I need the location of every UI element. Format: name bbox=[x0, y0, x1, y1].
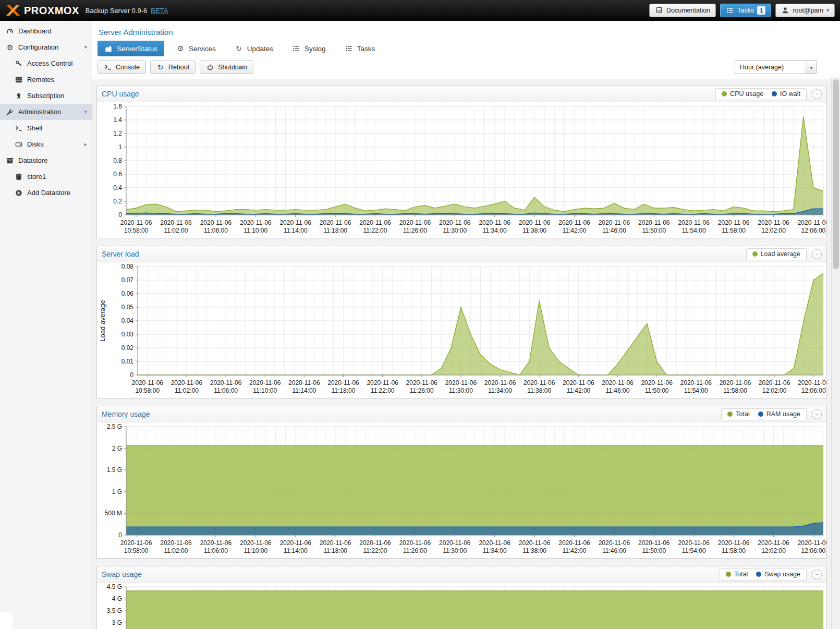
svg-text:11:34:00: 11:34:00 bbox=[483, 547, 507, 554]
sidebar-item-subscription[interactable]: Subscription bbox=[0, 88, 92, 104]
sidebar-item-administration[interactable]: Administration ▾ bbox=[0, 104, 92, 120]
user-menu-button[interactable]: root@pam ▾ bbox=[775, 4, 835, 17]
collapse-arrow-icon[interactable]: ▾ bbox=[84, 44, 87, 51]
timeframe-select[interactable]: Hour (average) ▾ bbox=[735, 61, 817, 74]
svg-text:11:26:00: 11:26:00 bbox=[410, 387, 434, 394]
collapse-arrow-icon[interactable]: ▾ bbox=[84, 108, 87, 115]
svg-text:1: 1 bbox=[118, 143, 122, 151]
svg-text:2020-11-06: 2020-11-06 bbox=[200, 219, 232, 226]
svg-text:3 G: 3 G bbox=[112, 619, 122, 626]
proxmox-backup-server-app: PROXMOX Backup Server 0.9-6 BETA Documen… bbox=[0, 0, 840, 629]
key-icon bbox=[15, 59, 23, 68]
console-button[interactable]: Console bbox=[98, 61, 146, 74]
sidebar-item-label: Shell bbox=[27, 124, 42, 132]
tasks-list-icon bbox=[345, 44, 353, 53]
collapse-panel-icon[interactable]: − bbox=[812, 570, 822, 579]
svg-text:11:18:00: 11:18:00 bbox=[332, 387, 356, 394]
sidebar-item-store1[interactable]: store1 bbox=[0, 168, 92, 185]
tasks-icon bbox=[726, 6, 734, 15]
legend-dot bbox=[727, 412, 733, 417]
collapse-panel-icon[interactable]: − bbox=[812, 89, 822, 99]
refresh-icon: ↻ bbox=[235, 44, 243, 53]
svg-text:11:02:00: 11:02:00 bbox=[164, 547, 188, 554]
panel-title: Memory usage bbox=[102, 410, 150, 418]
sidebar-item-shell[interactable]: Shell bbox=[0, 120, 92, 136]
svg-text:12:06:00: 12:06:00 bbox=[801, 547, 826, 554]
legend-item[interactable]: Load average bbox=[752, 250, 800, 258]
svg-text:12:02:00: 12:02:00 bbox=[761, 547, 786, 554]
user-label: root@pam bbox=[793, 7, 823, 14]
vertical-scrollbar[interactable] bbox=[831, 77, 840, 629]
legend-item[interactable]: Swap usage bbox=[756, 571, 800, 578]
tasks-button[interactable]: Tasks 1 bbox=[720, 4, 771, 17]
svg-text:0.05: 0.05 bbox=[121, 304, 134, 311]
timeframe-value: Hour (average) bbox=[740, 64, 784, 71]
sidebar-item-remotes[interactable]: Remotes bbox=[0, 71, 92, 88]
tab-label: Syslog bbox=[305, 45, 326, 53]
documentation-button[interactable]: Documentation bbox=[649, 4, 716, 17]
sidebar-item-dashboard[interactable]: Dashboard bbox=[0, 23, 92, 39]
tab-services[interactable]: ⚙ Services bbox=[169, 41, 223, 56]
svg-text:0: 0 bbox=[118, 531, 122, 539]
expand-arrow-icon[interactable]: ▸ bbox=[84, 141, 87, 148]
legend-label: CPU usage bbox=[730, 90, 763, 98]
svg-text:1.4: 1.4 bbox=[113, 116, 122, 124]
svg-text:2020-11-06: 2020-11-06 bbox=[279, 219, 311, 226]
sidebar-item-disks[interactable]: Disks ▸ bbox=[0, 136, 92, 152]
product-version: Backup Server 0.9-6 bbox=[86, 7, 148, 15]
svg-text:0.4: 0.4 bbox=[113, 184, 122, 191]
svg-text:2020-11-06: 2020-11-06 bbox=[160, 219, 192, 226]
cpu-usage-chart: 00.20.40.60.811.21.41.62020-11-0610:58:0… bbox=[97, 102, 826, 238]
svg-text:2020-11-06: 2020-11-06 bbox=[558, 539, 590, 547]
sidebar-item-label: Administration bbox=[18, 108, 61, 116]
svg-text:2020-11-06: 2020-11-06 bbox=[759, 379, 790, 386]
legend-item[interactable]: CPU usage bbox=[722, 90, 763, 98]
legend-item[interactable]: RAM usage bbox=[758, 410, 800, 418]
beta-link[interactable]: BETA bbox=[151, 7, 168, 15]
sidebar-item-access-control[interactable]: Access Control bbox=[0, 55, 92, 71]
svg-text:11:14:00: 11:14:00 bbox=[284, 547, 308, 554]
svg-text:11:14:00: 11:14:00 bbox=[284, 227, 308, 234]
svg-text:2020-11-06: 2020-11-06 bbox=[439, 539, 471, 547]
svg-text:0.01: 0.01 bbox=[121, 358, 134, 365]
panel-title: Server load bbox=[102, 250, 139, 258]
panel-header: CPU usage CPU usage IO wait − bbox=[97, 86, 826, 102]
svg-text:0: 0 bbox=[130, 371, 133, 379]
tab-tasks[interactable]: Tasks bbox=[338, 41, 382, 56]
svg-text:11:58:00: 11:58:00 bbox=[722, 227, 746, 234]
panel-header: Server load Load average − bbox=[97, 246, 826, 262]
svg-text:11:22:00: 11:22:00 bbox=[363, 227, 387, 234]
svg-text:0.07: 0.07 bbox=[121, 276, 134, 284]
charts-scroll-area: CPU usage CPU usage IO wait − 00.20.40.6… bbox=[92, 79, 840, 629]
tab-updates[interactable]: ↻ Updates bbox=[228, 41, 280, 56]
sidebar-item-datastore[interactable]: Datastore bbox=[0, 152, 92, 168]
gears-icon: ⚙ bbox=[176, 44, 185, 53]
tab-serverstatus[interactable]: ServerStatus bbox=[98, 41, 164, 56]
sidebar-item-configuration[interactable]: ⚙ Configuration ▾ bbox=[0, 39, 92, 55]
sidebar-item-add-datastore[interactable]: Add Datastore bbox=[0, 185, 92, 201]
collapse-panel-icon[interactable]: − bbox=[812, 409, 822, 419]
svg-text:1 G: 1 G bbox=[112, 488, 122, 495]
svg-text:2020-11-06: 2020-11-06 bbox=[563, 379, 594, 386]
collapse-panel-icon[interactable]: − bbox=[812, 249, 822, 259]
svg-text:2020-11-06: 2020-11-06 bbox=[558, 219, 590, 226]
svg-text:2 G: 2 G bbox=[112, 445, 122, 452]
shutdown-button[interactable]: Shutdown bbox=[200, 61, 253, 74]
svg-text:11:26:00: 11:26:00 bbox=[403, 227, 427, 234]
memory-usage-chart: 0500 M1 G1.5 G2 G2.5 G2020-11-0610:58:00… bbox=[97, 422, 826, 558]
sidebar-item-label: Access Control bbox=[27, 59, 72, 67]
legend-item[interactable]: IO wait bbox=[772, 90, 800, 98]
tasks-label: Tasks bbox=[737, 7, 754, 14]
chart-panel-server-load: Server load Load average − 00.010.020.03… bbox=[96, 246, 827, 398]
svg-text:2020-11-06: 2020-11-06 bbox=[240, 219, 272, 226]
reboot-button[interactable]: ↻ Reboot bbox=[150, 61, 196, 74]
legend-item[interactable]: Total bbox=[727, 410, 749, 418]
svg-text:2020-11-06: 2020-11-06 bbox=[249, 379, 281, 386]
legend-item[interactable]: Total bbox=[726, 571, 748, 578]
svg-text:0.6: 0.6 bbox=[113, 171, 122, 178]
sidebar-item-label: Configuration bbox=[18, 43, 58, 51]
scrollbar-thumb[interactable] bbox=[833, 79, 839, 269]
tab-syslog[interactable]: Syslog bbox=[285, 41, 333, 56]
svg-text:0.8: 0.8 bbox=[113, 157, 122, 164]
top-header: PROXMOX Backup Server 0.9-6 BETA Documen… bbox=[0, 0, 840, 21]
